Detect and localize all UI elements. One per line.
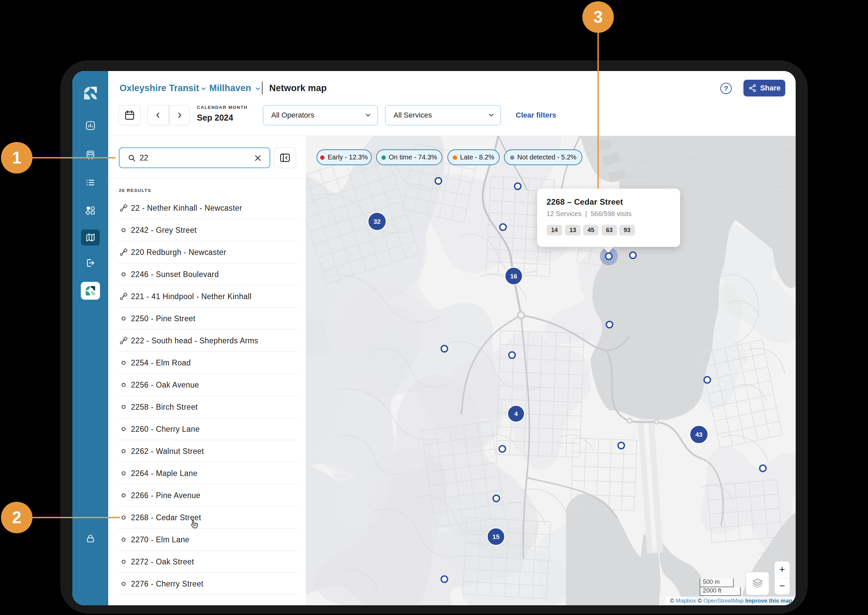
svg-text:32: 32 [373,218,380,225]
svg-text:43: 43 [695,431,702,438]
svg-text:16: 16 [510,273,517,280]
svg-text:15: 15 [492,533,500,540]
svg-text:4: 4 [514,411,518,417]
